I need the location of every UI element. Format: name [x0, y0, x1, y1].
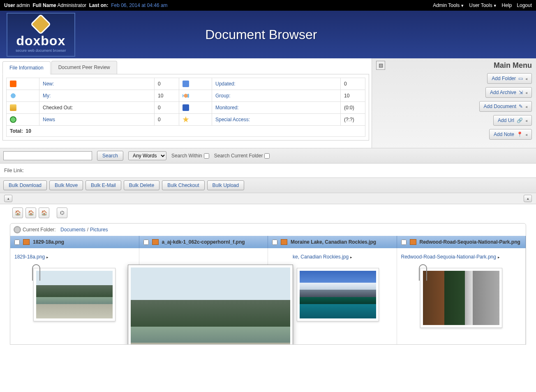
paperclip-icon: [32, 264, 40, 281]
fullname-label: Full Name: [32, 2, 56, 8]
pencil-icon: ✎: [519, 104, 523, 109]
link-icon: 🔗: [517, 118, 523, 123]
nav-icons: 🏠 🏠 🏠 ⌬: [0, 204, 536, 221]
news-link[interactable]: News: [43, 117, 55, 122]
folder-panel: Current Folder: Documents / Pictures 182…: [10, 223, 526, 345]
updated-link[interactable]: Updated:: [215, 81, 236, 87]
group-count: 10: [341, 90, 365, 102]
my-count: 10: [154, 90, 179, 102]
user-label: User: [4, 2, 15, 8]
group-link[interactable]: Group:: [215, 93, 231, 99]
monitored-count: (0:0): [341, 102, 365, 114]
bulk-email-button[interactable]: Bulk E-Mail: [85, 180, 121, 190]
group-icon: [183, 92, 189, 99]
checkedout-count: 0: [154, 102, 179, 114]
page-title: Document Browser: [205, 27, 317, 42]
gear-icon: [14, 226, 21, 233]
add-document-button[interactable]: Add Document✎◂: [479, 101, 532, 112]
thumbnail-header: 1829-18a.png a_aj-kdk-1_062c-copperhornl…: [10, 236, 526, 248]
file-link-0[interactable]: 1829-18a.png▸: [14, 254, 49, 260]
bulk-checkout-button[interactable]: Bulk Checkout: [162, 180, 204, 190]
tree-icon[interactable]: ⌬: [57, 208, 67, 218]
user-tools-menu[interactable]: User Tools▼: [469, 2, 497, 8]
fullname-value: Administrator: [57, 2, 86, 8]
file-checkbox-3[interactable]: [401, 240, 407, 245]
tab-document-peer-review[interactable]: Document Peer Review: [51, 61, 117, 74]
new-link[interactable]: New:: [43, 81, 54, 87]
folder-icon: ▭: [518, 76, 523, 81]
file-header-1: a_aj-kdk-1_062c-copperhornl_f.png: [162, 239, 245, 245]
search-button[interactable]: Search: [97, 151, 123, 161]
tabs: File Information Document Peer Review: [2, 61, 369, 74]
collapse-left-button[interactable]: ▴: [4, 195, 12, 202]
search-bar: Search Any Words Search Within Search Cu…: [0, 148, 536, 164]
topbar: User admin Full Name Administrator Last …: [0, 0, 536, 11]
image-icon: [23, 239, 30, 245]
search-within-checkbox[interactable]: [204, 153, 209, 159]
bulk-delete-button[interactable]: Bulk Delete: [124, 180, 159, 190]
thumbnail-2[interactable]: [297, 268, 379, 321]
add-folder-button[interactable]: Add Folder▭◂: [487, 73, 532, 84]
bulk-move-button[interactable]: Bulk Move: [49, 180, 83, 190]
search-current-label: Search Current Folder: [214, 153, 263, 159]
topbar-left: User admin Full Name Administrator Last …: [4, 2, 168, 8]
user-value: admin: [16, 2, 30, 8]
bulk-upload-button[interactable]: Bulk Upload: [207, 180, 245, 190]
laston-value: Feb 06, 2014 at 04:46 am: [111, 2, 167, 8]
bulk-download-button[interactable]: Bulk Download: [3, 180, 47, 190]
collapse-right-button[interactable]: ▴: [524, 195, 532, 202]
monitor-icon: [183, 104, 189, 111]
help-link[interactable]: Help: [502, 2, 512, 8]
admin-tools-menu[interactable]: Admin Tools▼: [433, 2, 464, 8]
file-link-2[interactable]: ke, Canadian Rockies.jpg▸: [272, 254, 352, 260]
breadcrumb-pictures[interactable]: Pictures: [90, 227, 108, 233]
thumbnail-row: 1829-18a.png▸ ke, Canadian Rockies.jpg▸ …: [10, 248, 526, 344]
image-icon: [281, 239, 287, 245]
updated-icon: [183, 81, 189, 87]
search-within-label: Search Within: [171, 153, 202, 159]
thumbnail-0[interactable]: [33, 268, 116, 321]
logo-icon: [30, 14, 51, 35]
add-url-button[interactable]: Add Url🔗◂: [493, 115, 532, 126]
globe-icon: [10, 116, 16, 123]
home-icon[interactable]: 🏠: [12, 208, 23, 218]
thumbnail-3[interactable]: [420, 268, 502, 328]
search-current-checkbox[interactable]: [264, 153, 270, 159]
file-info-table: New: 0 Updated: 0 My: 10 Group: 10 Check: [6, 78, 365, 137]
home3-icon[interactable]: 🏠: [39, 208, 49, 218]
file-checkbox-2[interactable]: [272, 240, 277, 245]
updated-count: 0: [341, 78, 365, 90]
panel-toggle-button[interactable]: ▤: [376, 61, 385, 70]
logo-tagline: secure web document browser: [16, 48, 66, 53]
home2-icon[interactable]: 🏠: [25, 208, 36, 218]
add-note-button[interactable]: Add Note📍◂: [489, 129, 532, 140]
star-icon: [183, 116, 189, 123]
preview-popup: [128, 265, 293, 345]
file-checkbox-1[interactable]: [143, 240, 149, 245]
breadcrumb-documents[interactable]: Documents: [60, 227, 85, 233]
search-input[interactable]: [3, 151, 92, 160]
add-archive-button[interactable]: Add Archive⇲◂: [485, 87, 532, 98]
search-mode-select[interactable]: Any Words: [128, 151, 166, 160]
special-link[interactable]: Special Access:: [215, 117, 250, 122]
news-count: 0: [154, 114, 179, 126]
logo: doxbox secure web document browser: [7, 13, 75, 57]
preview-image: [131, 267, 290, 345]
file-checkbox-0[interactable]: [14, 240, 20, 245]
file-header-2: Moraine Lake, Canadian Rockies.jpg: [291, 239, 376, 245]
special-count: (?:?): [341, 114, 365, 126]
pin-icon: 📍: [517, 131, 523, 137]
my-link[interactable]: My:: [43, 93, 51, 99]
file-link-3[interactable]: Redwood-Road-Sequoia-National-Park.png▸: [401, 254, 500, 260]
laston-label: Last on:: [89, 2, 109, 8]
tab-file-information[interactable]: File Information: [2, 61, 51, 74]
monitored-link[interactable]: Monitored:: [215, 105, 239, 111]
banner: doxbox secure web document browser Docum…: [0, 11, 536, 58]
logout-link[interactable]: Logout: [517, 2, 532, 8]
paperclip-icon: [419, 264, 427, 281]
new-icon: [10, 81, 16, 87]
main-menu-title: Main Menu: [494, 61, 532, 70]
file-header-3: Redwood-Road-Sequoia-National-Park.png: [420, 239, 520, 245]
archive-icon: ⇲: [519, 90, 523, 95]
image-icon: [152, 239, 159, 245]
